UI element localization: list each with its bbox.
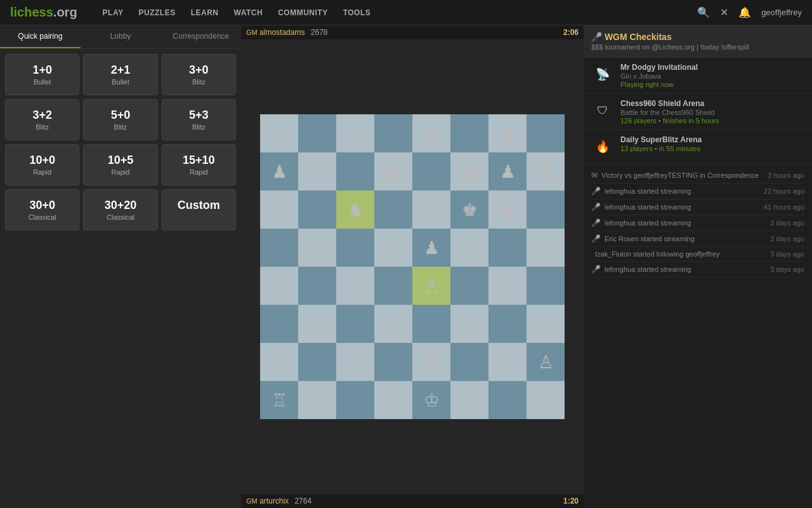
pairing-cell-9[interactable]: 30+0Classical [5,189,79,231]
nav-play[interactable]: PLAY [103,8,124,17]
board-cell-6-5[interactable] [450,343,488,381]
tab-lobby[interactable]: Lobby [81,25,161,48]
board-cell-0-7[interactable] [527,114,565,152]
board-cell-1-3[interactable]: ♟ [374,152,412,190]
board-cell-3-4[interactable]: ♟ [412,229,450,267]
board-cell-7-3[interactable] [374,381,412,419]
pairing-cell-5[interactable]: 5+3Blitz [162,99,236,140]
board-cell-2-2[interactable]: ♞ [336,190,374,229]
nav-watch[interactable]: WATCH [234,8,263,17]
board-cell-0-6[interactable]: ♟ [488,114,527,152]
board-cell-2-4[interactable]: ♝ [412,190,450,229]
board-cell-0-4[interactable]: ♟ [412,114,450,152]
board-cell-3-2[interactable] [336,229,374,267]
board-cell-6-7[interactable]: ♙ [527,343,565,381]
board-cell-2-5[interactable]: ♚ [450,190,488,229]
board-cell-7-0[interactable]: ♖ [260,381,298,419]
board-cell-5-4[interactable] [412,305,450,343]
board-cell-5-0[interactable] [260,305,298,343]
board-cell-5-6[interactable] [488,305,527,343]
board-cell-7-4[interactable]: ♔ [412,381,450,419]
pairing-grid: 1+0Bullet2+1Bullet3+0Blitz3+2Blitz5+0Bli… [0,49,241,236]
pairing-cell-0[interactable]: 1+0Bullet [5,54,79,95]
board-cell-2-6[interactable]: ♟ [488,190,527,229]
board-cell-5-3[interactable]: ♙ [374,305,412,343]
board-cell-3-1[interactable] [298,229,336,267]
bottom-player-time: 1:20 [563,497,579,505]
board-cell-0-3[interactable] [374,114,412,152]
board-cell-0-2[interactable] [336,114,374,152]
bell-icon[interactable]: 🔔 [738,6,751,18]
board-cell-5-7[interactable] [527,305,565,343]
board-cell-0-0[interactable] [260,114,298,152]
board-cell-0-1[interactable] [298,114,336,152]
pairing-cell-10[interactable]: 30+20Classical [83,189,157,231]
board-cell-7-6[interactable] [488,381,527,419]
board-cell-6-6[interactable]: ♙ [488,343,527,381]
logo[interactable]: lichess.org [10,5,77,20]
pairing-cell-8[interactable]: 15+10Rapid [162,144,236,185]
pairing-cell-6[interactable]: 10+0Rapid [5,144,79,185]
nav-tools[interactable]: TOOLS [343,8,371,17]
tournament-item-0[interactable]: 📡 Mr Dodgy Invitational Giri v Jobava Pl… [584,58,812,94]
board-cell-7-5[interactable] [450,381,488,419]
tab-correspondence[interactable]: Correspondence [160,25,241,48]
board-cell-3-3[interactable] [374,229,412,267]
board-cell-3-5[interactable] [450,229,488,267]
board-cell-6-1[interactable] [298,343,336,381]
board-cell-6-3[interactable] [374,343,412,381]
username[interactable]: geoffjeffrey [761,8,802,17]
nav-learn[interactable]: LEARN [191,8,219,17]
board-cell-4-5[interactable] [450,267,488,305]
board-cell-6-2[interactable] [336,343,374,381]
chess-board[interactable]: ♟♟♟♟♟♟♟♞♝♚♟♟♙♙♙♜♙♙♖♔♙ [260,114,565,419]
search-icon[interactable]: 🔍 [697,6,710,18]
board-cell-5-1[interactable] [298,305,336,343]
tournament-item-2[interactable]: 🔥 Daily SuperBlitz Arena 13 players • in… [584,130,812,164]
pairing-cell-2[interactable]: 3+0Blitz [162,54,236,95]
board-cell-1-6[interactable]: ♟ [488,152,527,190]
board-cell-3-0[interactable] [260,229,298,267]
pairing-cell-11[interactable]: Custom [162,189,236,231]
board-cell-4-1[interactable] [298,267,336,305]
board-cell-1-7[interactable]: ♟ [527,152,565,190]
tournament-item-1[interactable]: 🛡 Chess960 Shield Arena Battle for the C… [584,94,812,130]
pairing-cell-1[interactable]: 2+1Bullet [83,54,157,95]
pairing-cell-3[interactable]: 3+2Blitz [5,99,79,140]
board-cell-4-4[interactable]: ♙ [412,267,450,305]
close-icon[interactable]: ✕ [720,6,728,18]
board-cell-2-0[interactable] [260,190,298,229]
board-cell-4-0[interactable] [260,267,298,305]
board-cell-2-7[interactable] [527,190,565,229]
board-cell-7-7[interactable]: ♙ [527,381,565,419]
pairing-cell-4[interactable]: 5+0Blitz [83,99,157,140]
tournament-status-0: Playing right now [620,81,804,88]
board-cell-3-7[interactable] [527,229,565,267]
activity-time-2: 41 hours ago [764,203,804,211]
board-cell-1-1[interactable] [298,152,336,190]
board-cell-4-7[interactable] [527,267,565,305]
tab-quick-pairing[interactable]: Quick pairing [0,25,81,48]
board-cell-7-1[interactable] [298,381,336,419]
board-cell-5-5[interactable] [450,305,488,343]
board-cell-1-0[interactable]: ♟ [260,152,298,190]
nav-community[interactable]: COMMUNITY [278,8,328,17]
featured-stream[interactable]: 🎤 WGM Checkitas $$$ tournament on @Liche… [584,25,812,58]
board-cell-2-3[interactable] [374,190,412,229]
top-player-info: GM almostadams 2678 [246,28,328,37]
board-cell-1-2[interactable] [336,152,374,190]
board-cell-2-1[interactable] [298,190,336,229]
board-cell-7-2[interactable] [336,381,374,419]
board-cell-4-2[interactable] [336,267,374,305]
board-cell-1-5[interactable]: ♟ [450,152,488,190]
board-cell-3-6[interactable] [488,229,527,267]
board-cell-0-5[interactable] [450,114,488,152]
board-cell-6-4[interactable]: ♜ [412,343,450,381]
nav-puzzles[interactable]: PUZZLES [139,8,176,17]
board-cell-6-0[interactable]: ♙ [260,343,298,381]
board-cell-1-4[interactable] [412,152,450,190]
board-cell-5-2[interactable] [336,305,374,343]
board-cell-4-3[interactable] [374,267,412,305]
board-cell-4-6[interactable] [488,267,527,305]
pairing-cell-7[interactable]: 10+5Rapid [83,144,157,185]
